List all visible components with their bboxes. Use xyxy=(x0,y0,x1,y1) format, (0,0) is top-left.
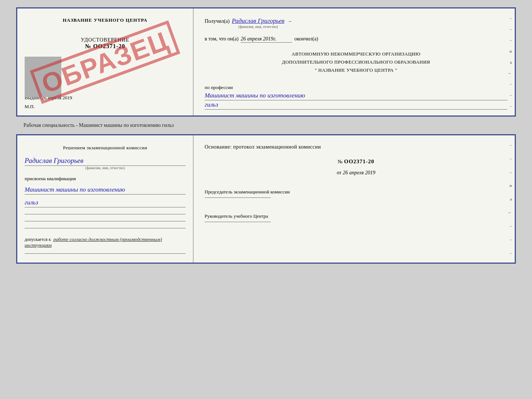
photo-placeholder xyxy=(25,57,61,97)
bmark-2: – xyxy=(510,156,512,161)
osnov-label: Основание: протокол экзаменационной коми… xyxy=(205,144,507,150)
received-label: Получил(а) xyxy=(205,18,230,24)
in-that-row: в том, что он(а) 26 апреля 2019г. окончи… xyxy=(205,36,507,43)
bmark-a: а xyxy=(510,197,512,201)
mark-6: – xyxy=(510,104,512,108)
right-side-marks: – – – и а ← – – – xyxy=(508,8,512,115)
bottom-profession-line2: гильз xyxy=(25,199,186,207)
bottom-line-3 xyxy=(25,228,186,228)
bmark-arrow: ← xyxy=(508,210,512,215)
bottom-name-sub: (фамилия, имя, отчество) xyxy=(25,166,186,170)
in-that-value: 26 апреля 2019г. xyxy=(241,36,292,43)
head-block: Руководитель учебного Центра xyxy=(205,209,507,222)
bottom-document: Решением экзаменационной комиссии Радисл… xyxy=(16,134,516,264)
cert-number: № OO2371-20 xyxy=(25,43,186,50)
allowed-label: допускается к xyxy=(25,237,51,242)
bmark-3: – xyxy=(510,170,512,174)
org-block: АВТОНОМНУЮ НЕКОММЕРЧЕСКУЮ ОРГАНИЗАЦИЮ ДО… xyxy=(205,50,507,74)
profession-value-line2: гильз xyxy=(205,101,507,110)
mark-2: – xyxy=(510,27,512,31)
bmark-i: и xyxy=(510,183,512,188)
top-document: НАЗВАНИЕ УЧЕБНОГО ЦЕНТРА УДОСТОВЕРЕНИЕ №… xyxy=(16,7,516,117)
bottom-name-block: Радислав Григорьев (фамилия, имя, отчест… xyxy=(25,155,186,170)
decision-title: Решением экзаменационной комиссии xyxy=(25,144,186,152)
org-line3: " НАЗВАНИЕ УЧЕБНОГО ЦЕНТРА " xyxy=(205,66,507,74)
protocol-number-row: № OO2371-20 xyxy=(205,158,507,165)
bottom-name-value: Радислав Григорьев xyxy=(25,157,186,166)
mark-1: – xyxy=(510,16,512,20)
mark-i: и xyxy=(510,49,512,53)
chairman-sign-line xyxy=(205,197,271,198)
bottom-right-side-marks: – – – и а ← – – – xyxy=(508,135,512,263)
bmark-4: – xyxy=(510,224,512,228)
cert-label: УДОСТОВЕРЕНИЕ xyxy=(25,37,186,43)
number-value: OO2371-20 xyxy=(344,158,374,164)
chairman-label: Председатель экзаменационной комиссии xyxy=(205,188,507,196)
bmark-1: – xyxy=(510,143,512,147)
top-right-panel: Получил(а) Радислав Григорьев (фамилия, … xyxy=(194,8,515,115)
allowed-section: допускается к работе согласно должностны… xyxy=(25,236,186,248)
mark-a: а xyxy=(510,60,512,64)
mark-arrow: ← xyxy=(508,71,512,75)
received-sub: (фамилия, имя, отчество) xyxy=(238,25,278,29)
mark-3: – xyxy=(510,38,512,42)
bmark-6: – xyxy=(510,251,512,255)
number-label: № xyxy=(338,159,342,164)
mp-line: М.П. xyxy=(25,104,186,110)
bottom-left-panel: Решением экзаменационной комиссии Радисл… xyxy=(17,135,194,263)
bottom-line-2 xyxy=(25,221,186,221)
dash: – xyxy=(289,18,291,24)
received-value: Радислав Григорьев xyxy=(232,17,284,25)
caption-line: Рабочая специальность - Машинист машины … xyxy=(24,122,174,128)
top-left-panel: НАЗВАНИЕ УЧЕБНОГО ЦЕНТРА УДОСТОВЕРЕНИЕ №… xyxy=(17,8,194,115)
bmark-5: – xyxy=(510,237,512,242)
in-that-label: в том, что он(а) xyxy=(205,36,238,42)
bottom-profession-line1: Машинист машины по изготовлению xyxy=(25,186,186,195)
date-prefix: от xyxy=(337,170,342,175)
chairman-block: Председатель экзаменационной комиссии xyxy=(205,185,507,198)
org-line2: ДОПОЛНИТЕЛЬНОГО ПРОФЕССИОНАЛЬНОГО ОБРАЗО… xyxy=(205,58,507,66)
head-sign-line xyxy=(205,222,271,222)
mark-4: – xyxy=(510,82,512,86)
head-label: Руководитель учебного Центра xyxy=(205,213,507,220)
profession-section: по профессии Машинист машины по изготовл… xyxy=(205,82,507,110)
org-line1: АВТОНОМНУЮ НЕКОММЕРЧЕСКУЮ ОРГАНИЗАЦИЮ xyxy=(205,50,507,58)
osnov-date-row: от 26 апреля 2019 xyxy=(205,170,507,176)
assigned-label: присвоена квалификация xyxy=(25,176,186,182)
bottom-line-1 xyxy=(25,214,186,214)
profession-value-line1: Машинист машины по изготовлению xyxy=(205,92,507,100)
cert-number-block: УДОСТОВЕРЕНИЕ № OO2371-20 xyxy=(25,37,186,50)
bottom-line-4 xyxy=(25,253,186,254)
profession-label: по профессии xyxy=(205,85,507,90)
mark-5: – xyxy=(510,93,512,97)
date-value: 26 апреля 2019 xyxy=(343,170,375,175)
received-row: Получил(а) Радислав Григорьев (фамилия, … xyxy=(205,17,507,29)
bottom-right-panel: Основание: протокол экзаменационной коми… xyxy=(194,135,515,263)
finished-label: окончил(а) xyxy=(294,36,318,42)
top-center-title: НАЗВАНИЕ УЧЕБНОГО ЦЕНТРА xyxy=(25,17,186,23)
